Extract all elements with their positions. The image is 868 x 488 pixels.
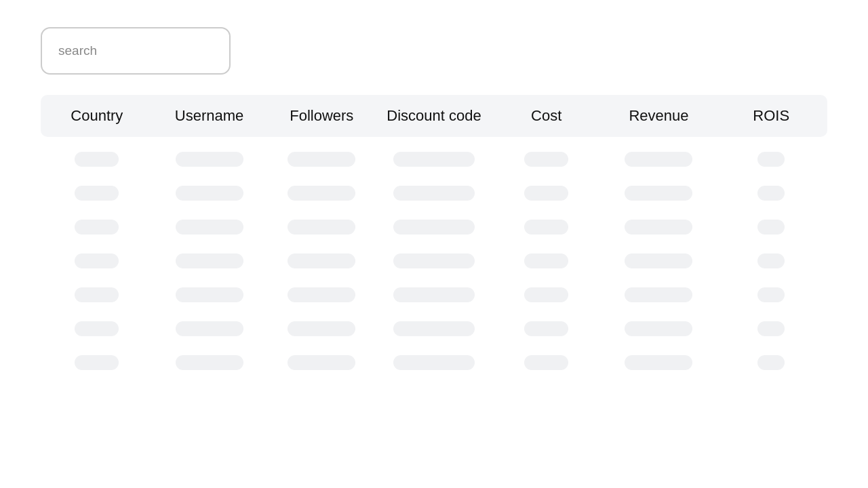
header-followers: Followers bbox=[265, 107, 378, 125]
cell-followers bbox=[265, 186, 378, 201]
cell-cost bbox=[490, 152, 603, 167]
cell-revenue bbox=[603, 287, 715, 302]
cell-cost bbox=[490, 321, 603, 336]
cell-followers bbox=[265, 321, 378, 336]
header-country: Country bbox=[41, 107, 153, 125]
cell-country bbox=[41, 220, 153, 235]
table-row bbox=[41, 176, 827, 210]
cell-country bbox=[41, 287, 153, 302]
cell-username bbox=[153, 152, 266, 167]
table-container: CountryUsernameFollowersDiscount codeCos… bbox=[41, 95, 827, 380]
cell-username bbox=[153, 253, 266, 268]
cell-discount_code bbox=[378, 186, 490, 201]
cell-country bbox=[41, 321, 153, 336]
header-cost: Cost bbox=[490, 107, 603, 125]
cell-revenue bbox=[603, 220, 715, 235]
cell-country bbox=[41, 152, 153, 167]
cell-rois bbox=[715, 186, 827, 201]
cell-followers bbox=[265, 220, 378, 235]
table-body bbox=[41, 142, 827, 380]
cell-username bbox=[153, 321, 266, 336]
cell-rois bbox=[715, 321, 827, 336]
cell-revenue bbox=[603, 355, 715, 370]
cell-country bbox=[41, 186, 153, 201]
cell-cost bbox=[490, 220, 603, 235]
cell-cost bbox=[490, 287, 603, 302]
cell-followers bbox=[265, 152, 378, 167]
cell-discount_code bbox=[378, 287, 490, 302]
cell-username bbox=[153, 220, 266, 235]
cell-revenue bbox=[603, 186, 715, 201]
table-row bbox=[41, 312, 827, 346]
cell-revenue bbox=[603, 253, 715, 268]
header-discount_code: Discount code bbox=[378, 107, 490, 125]
cell-country bbox=[41, 253, 153, 268]
cell-discount_code bbox=[378, 220, 490, 235]
table-row bbox=[41, 244, 827, 278]
cell-rois bbox=[715, 355, 827, 370]
cell-username bbox=[153, 355, 266, 370]
cell-cost bbox=[490, 253, 603, 268]
cell-revenue bbox=[603, 152, 715, 167]
cell-discount_code bbox=[378, 152, 490, 167]
table-header: CountryUsernameFollowersDiscount codeCos… bbox=[41, 95, 827, 137]
table-row bbox=[41, 346, 827, 380]
cell-rois bbox=[715, 287, 827, 302]
cell-username bbox=[153, 287, 266, 302]
cell-rois bbox=[715, 220, 827, 235]
search-input[interactable] bbox=[41, 27, 231, 75]
cell-revenue bbox=[603, 321, 715, 336]
header-username: Username bbox=[153, 107, 266, 125]
cell-cost bbox=[490, 186, 603, 201]
cell-rois bbox=[715, 253, 827, 268]
cell-followers bbox=[265, 287, 378, 302]
cell-discount_code bbox=[378, 321, 490, 336]
cell-discount_code bbox=[378, 355, 490, 370]
cell-username bbox=[153, 186, 266, 201]
header-rois: ROIS bbox=[715, 107, 827, 125]
header-revenue: Revenue bbox=[603, 107, 715, 125]
search-container bbox=[41, 27, 827, 75]
cell-country bbox=[41, 355, 153, 370]
cell-rois bbox=[715, 152, 827, 167]
cell-followers bbox=[265, 253, 378, 268]
table-row bbox=[41, 210, 827, 244]
table-row bbox=[41, 278, 827, 312]
cell-discount_code bbox=[378, 253, 490, 268]
cell-followers bbox=[265, 355, 378, 370]
cell-cost bbox=[490, 355, 603, 370]
table-row bbox=[41, 142, 827, 176]
